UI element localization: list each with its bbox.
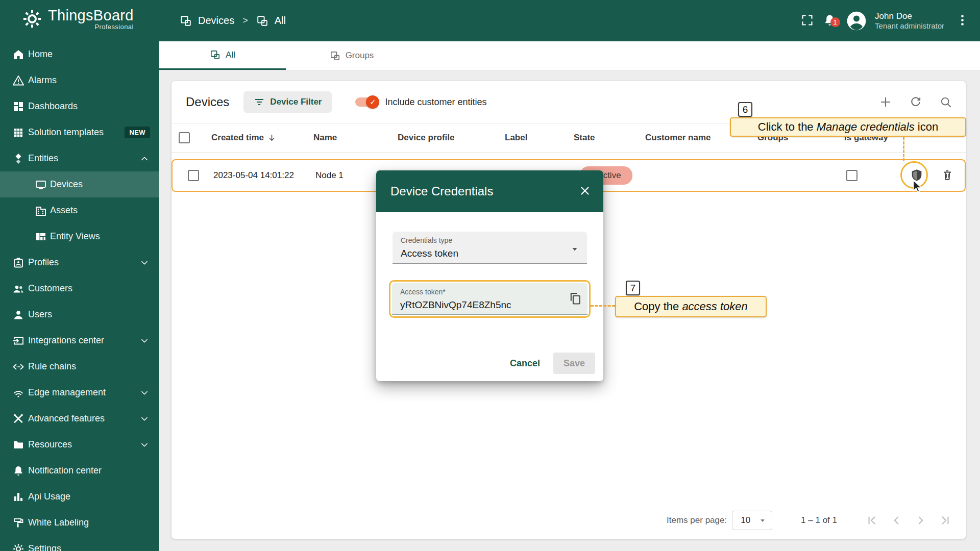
refresh-button[interactable] [909, 95, 922, 109]
column-header-device-profile[interactable]: Device profile [390, 133, 498, 143]
chevron-down-icon [139, 257, 150, 268]
column-header-name[interactable]: Name [306, 133, 390, 143]
sidebar-item-assets[interactable]: Assets [0, 197, 159, 223]
sidebar-item-edge-management[interactable]: Edge management [0, 380, 159, 406]
column-label: Label [505, 133, 527, 143]
dashboards-icon [12, 101, 24, 113]
sidebar-item-alarms[interactable]: Alarms [0, 67, 159, 93]
access-token-value: yRtOZBNivQp74E8Zh5nc [400, 299, 579, 311]
sidebar-item-solution-templates[interactable]: Solution templates NEW [0, 119, 159, 145]
brand-edition: Professional [94, 23, 133, 31]
tab-groups[interactable]: Groups [286, 41, 418, 70]
tab-bar: All Groups [159, 41, 980, 70]
step-6-note: Click to the Manage credentials icon [730, 117, 966, 137]
add-entity-button[interactable] [879, 95, 892, 109]
sidebar-item-label: Customers [28, 283, 72, 294]
access-token-field[interactable]: Access token* yRtOZBNivQp74E8Zh5nc [392, 283, 587, 315]
sidebar-item-label: Api Usage [28, 491, 70, 502]
sidebar-item-label: Rule chains [28, 361, 76, 372]
sidebar-item-rule-chains[interactable]: Rule chains [0, 354, 159, 380]
caret-down-icon [757, 515, 768, 525]
sidebar-item-home[interactable]: Home [0, 41, 159, 67]
dialog-body: Credentials type Access token Access tok… [376, 212, 603, 318]
tab-label: All [226, 50, 235, 60]
devices-group-icon [180, 15, 192, 27]
select-all-checkbox[interactable] [179, 132, 190, 143]
breadcrumb-all[interactable]: All [275, 15, 286, 27]
column-header-label[interactable]: Label [498, 133, 567, 143]
mouse-cursor [910, 179, 925, 194]
fullscreen-button[interactable] [799, 13, 815, 29]
next-page-icon [914, 514, 927, 527]
sidebar-item-entities[interactable]: Entities [0, 145, 159, 171]
is-gateway-checkbox[interactable] [846, 170, 857, 181]
note-text-em: access token [682, 300, 747, 313]
previous-page-icon [890, 514, 903, 527]
chevron-down-icon [139, 387, 150, 398]
app-logo[interactable]: ThingsBoard Professional [21, 7, 134, 31]
next-page-button[interactable] [909, 508, 933, 533]
sidebar-item-label: Settings [28, 543, 61, 551]
notifications-button[interactable]: 1 [822, 13, 837, 29]
sidebar-item-advanced-features[interactable]: Advanced features [0, 406, 159, 432]
sidebar-item-settings[interactable]: Settings [0, 536, 159, 551]
sidebar-item-white-labeling[interactable]: White Labeling [0, 510, 159, 536]
breadcrumb-devices[interactable]: Devices [198, 15, 234, 27]
settings-icon [12, 543, 24, 551]
previous-page-button[interactable] [884, 508, 909, 533]
delete-device-button[interactable] [940, 168, 954, 183]
sidebar-item-devices[interactable]: Devices [0, 171, 159, 197]
sidebar-item-label: White Labeling [28, 517, 89, 528]
sidebar-item-label: Entity Views [50, 231, 100, 242]
user-block[interactable]: John Doe Tenant administrator [875, 11, 944, 31]
sidebar-item-profiles[interactable]: Profiles [0, 249, 159, 276]
credentials-type-label: Credentials type [401, 236, 579, 244]
bell-wrap: 1 [823, 21, 837, 29]
save-button[interactable]: Save [553, 353, 595, 374]
include-customer-toggle[interactable]: ✓ [355, 97, 378, 107]
white-labeling-icon [12, 517, 24, 529]
sidebar-item-dashboards[interactable]: Dashboards [0, 93, 159, 119]
users-icon [12, 309, 24, 321]
tab-all[interactable]: All [159, 41, 286, 70]
items-per-page-label: Items per page: [667, 515, 727, 525]
copy-token-button[interactable] [568, 291, 582, 306]
sidebar-item-customers[interactable]: Customers [0, 276, 159, 302]
sidebar-item-users[interactable]: Users [0, 302, 159, 328]
sidebar-item-label: Devices [50, 179, 83, 190]
sidebar-item-integrations-center[interactable]: Integrations center [0, 328, 159, 354]
solution-templates-icon [12, 127, 24, 139]
sidebar-item-label: Solution templates [28, 127, 104, 138]
new-badge: NEW [125, 127, 150, 138]
chevron-down-icon [139, 439, 150, 450]
sidebar-item-notification-center[interactable]: Notification center [0, 458, 159, 484]
dialog-close-button[interactable] [578, 184, 592, 198]
row-checkbox[interactable] [188, 170, 199, 181]
cell-created-time: 2023-05-04 14:01:22 [205, 170, 307, 181]
credentials-type-select[interactable]: Credentials type Access token [393, 232, 587, 264]
column-header-created-time[interactable]: Created time [204, 133, 306, 143]
sidebar: Home Alarms Dashboards Solution template… [0, 41, 159, 551]
first-page-button[interactable] [860, 508, 884, 533]
search-button[interactable] [939, 95, 952, 109]
avatar[interactable] [846, 11, 867, 31]
items-per-page-select[interactable]: 10 [732, 511, 772, 530]
last-page-button[interactable] [933, 508, 958, 533]
device-filter-button[interactable]: Device Filter [243, 91, 332, 113]
sidebar-item-entity-views[interactable]: Entity Views [0, 223, 159, 249]
api-usage-icon [12, 491, 24, 503]
filter-icon [254, 96, 265, 108]
column-header-state[interactable]: State [567, 133, 638, 143]
access-token-label: Access token* [400, 288, 579, 296]
sidebar-item-resources[interactable]: Resources [0, 432, 159, 458]
devices-icon [35, 179, 47, 191]
device-credentials-dialog: Device Credentials Credentials type Acce… [376, 170, 603, 381]
refresh-icon [909, 95, 922, 109]
customers-icon [12, 283, 24, 295]
cancel-button[interactable]: Cancel [501, 353, 549, 374]
notification-center-icon [12, 465, 24, 477]
sidebar-item-api-usage[interactable]: Api Usage [0, 484, 159, 510]
kebab-menu-button[interactable] [954, 13, 970, 29]
screen: ThingsBoard Professional Devices > All 1 [0, 0, 980, 551]
sidebar-item-label: Assets [50, 205, 78, 216]
